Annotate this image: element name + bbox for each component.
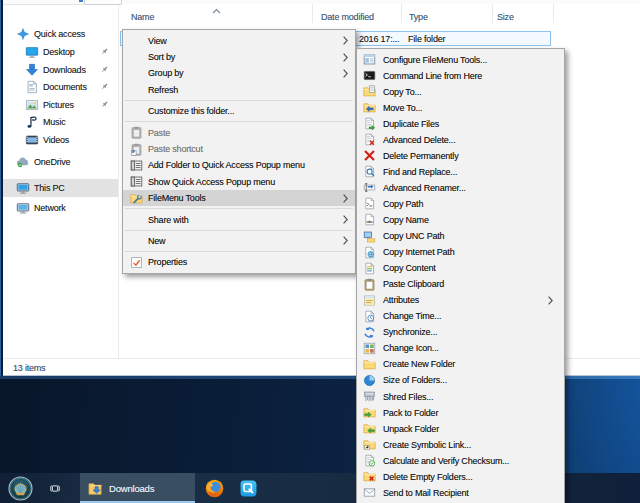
menu-item-duplicate-files[interactable]: Duplicate Files	[357, 116, 564, 132]
sidebar-item-music[interactable]: Music	[3, 113, 118, 131]
symlink-icon	[363, 438, 376, 451]
menu-separator	[125, 121, 353, 122]
taskbar-downloads-button[interactable]: Downloads	[80, 473, 195, 503]
checksum-icon	[363, 454, 376, 467]
paste-icon	[130, 126, 143, 139]
menu-item-label: Pack to Folder	[383, 408, 438, 418]
menu-item-move-to[interactable]: Move To...	[357, 100, 564, 116]
sidebar-item-quick-access[interactable]: Quick access	[3, 25, 118, 43]
menu-item-advanced-renamer[interactable]: Advanced Renamer...	[357, 180, 564, 196]
sidebar-item-label: Downloads	[43, 65, 86, 75]
sidebar-item-label: Pictures	[43, 100, 74, 110]
menu-item-copy-path[interactable]: Copy Path	[357, 196, 564, 212]
menu-item-label: FileMenu Tools	[148, 193, 206, 203]
sidebar-item-label: Videos	[43, 135, 69, 145]
menu-item-share-with[interactable]: Share with	[123, 211, 355, 227]
change-icon-icon	[363, 342, 376, 355]
menu-item-customize-this-folder[interactable]: Customize this folder...	[123, 103, 355, 119]
menu-item-synchronize[interactable]: Synchronize...	[357, 324, 564, 340]
menu-item-properties[interactable]: Properties	[123, 254, 355, 270]
copy-to-icon	[363, 85, 376, 98]
menu-item-label: Calculate and Verify Checksum...	[383, 456, 509, 466]
copy-content-icon	[363, 262, 376, 275]
menu-item-label: Unpack Folder	[383, 424, 439, 434]
menu-item-copy-content[interactable]: Copy Content	[357, 260, 564, 276]
menu-item-find-and-replace[interactable]: Find and Replace...	[357, 164, 564, 180]
menu-item-send-to-mail-recipient[interactable]: Send to Mail Recipient	[357, 485, 564, 501]
menu-item-paste-shortcut[interactable]: Paste shortcut	[123, 141, 355, 157]
menu-item-unpack-folder[interactable]: Unpack Folder	[357, 421, 564, 437]
column-header-name[interactable]: Name	[131, 12, 154, 22]
menu-item-attributes[interactable]: Attributes	[357, 292, 564, 308]
menu-item-view[interactable]: View	[123, 33, 355, 49]
menu-item-paste-clipboard[interactable]: Paste Clipboard	[357, 276, 564, 292]
unpack-icon	[363, 422, 376, 435]
menu-item-group-by[interactable]: Group by	[123, 65, 355, 81]
menu-item-label: Copy To...	[383, 87, 421, 97]
menu-item-paste[interactable]: Paste	[123, 124, 355, 140]
menu-item-label: Paste	[148, 128, 170, 138]
documents-icon	[25, 80, 39, 94]
column-header-date-modified[interactable]: Date modified	[321, 12, 374, 22]
menu-item-sort-by[interactable]: Sort by	[123, 49, 355, 65]
menu-item-pack-to-folder[interactable]: Pack to Folder	[357, 405, 564, 421]
menu-item-size-of-folders[interactable]: Size of Folders...	[357, 372, 564, 388]
start-orb-icon	[7, 475, 34, 502]
menu-item-label: Share with	[148, 215, 189, 225]
column-separator[interactable]	[312, 4, 313, 23]
menu-item-label: Copy Internet Path	[383, 247, 454, 257]
sidebar-item-this-pc[interactable]: This PC	[3, 179, 118, 197]
submenu-chevron-icon	[343, 36, 348, 45]
menu-item-advanced-delete[interactable]: Advanced Delete...	[357, 132, 564, 148]
menu-item-label: Delete Empty Folders...	[383, 472, 472, 482]
menu-item-shred-files[interactable]: Shred Files...	[357, 388, 564, 404]
context-menu: ViewSort byGroup byRefreshCustomize this…	[122, 29, 356, 274]
submenu-chevron-icon	[343, 194, 348, 203]
sidebar-item-label: Quick access	[34, 29, 85, 39]
menu-item-copy-name[interactable]: abcCopy Name	[357, 212, 564, 228]
column-separator[interactable]	[553, 4, 554, 23]
sidebar-item-downloads[interactable]: Downloads	[3, 61, 118, 79]
menu-item-label: Copy Name	[383, 215, 429, 225]
sidebar-item-network[interactable]: Network	[3, 199, 118, 217]
paste-clip-icon	[363, 278, 376, 291]
menu-item-delete-empty-folders[interactable]: Delete Empty Folders...	[357, 469, 564, 485]
menu-item-filemenu-tools[interactable]: FileMenu Tools	[123, 190, 355, 206]
taskbar-qapp-button[interactable]	[238, 473, 258, 503]
sidebar-item-pictures[interactable]: Pictures	[3, 96, 118, 114]
menu-item-label: Configure FileMenu Tools...	[383, 55, 487, 65]
column-separator[interactable]	[401, 4, 402, 23]
menu-item-change-time[interactable]: Change Time...	[357, 308, 564, 324]
menu-item-copy-internet-path[interactable]: Copy Internet Path	[357, 244, 564, 260]
start-button[interactable]	[7, 473, 34, 503]
column-header-type[interactable]: Type	[409, 12, 428, 22]
sidebar-item-videos[interactable]: Videos	[3, 131, 118, 149]
taskbar-firefox-button[interactable]	[202, 473, 226, 503]
menu-item-create-new-folder[interactable]: Create New Folder	[357, 356, 564, 372]
sidebar-item-documents[interactable]: Documents	[3, 78, 118, 96]
menu-item-delete-permanently[interactable]: Delete Permanently	[357, 148, 564, 164]
shred-icon	[363, 390, 376, 403]
menu-item-show-quick-access-popup-menu[interactable]: Show Quick Access Popup menu	[123, 174, 355, 190]
sidebar-item-onedrive[interactable]: OneDrive	[3, 153, 118, 171]
this-pc-icon	[16, 181, 30, 195]
task-view-button[interactable]	[41, 473, 69, 503]
sidebar-item-label: Network	[34, 203, 66, 213]
menu-item-command-line-from-here[interactable]: Command Line from Here	[357, 68, 564, 84]
svg-text:abc: abc	[367, 219, 375, 224]
menu-item-new[interactable]: New	[123, 233, 355, 249]
new-folder-icon	[363, 358, 376, 371]
menu-item-configure-filemenu-tools[interactable]: Configure FileMenu Tools...	[357, 52, 564, 68]
downloads-icon	[25, 63, 39, 77]
menu-item-create-symbolic-link[interactable]: Create Symbolic Link...	[357, 437, 564, 453]
menu-item-label: Move To...	[383, 103, 422, 113]
menu-item-copy-to[interactable]: Copy To...	[357, 84, 564, 100]
column-separator[interactable]	[492, 4, 493, 23]
menu-item-copy-unc-path[interactable]: Copy UNC Path	[357, 228, 564, 244]
menu-item-refresh[interactable]: Refresh	[123, 82, 355, 98]
menu-item-calculate-and-verify-checksum[interactable]: Calculate and Verify Checksum...	[357, 453, 564, 469]
column-header-size[interactable]: Size	[497, 12, 514, 22]
menu-item-add-folder-to-quick-access-popup-menu[interactable]: Add Folder to Quick Access Popup menu	[123, 157, 355, 173]
menu-item-change-icon[interactable]: Change Icon...	[357, 340, 564, 356]
sidebar-item-desktop[interactable]: Desktop	[3, 43, 118, 61]
